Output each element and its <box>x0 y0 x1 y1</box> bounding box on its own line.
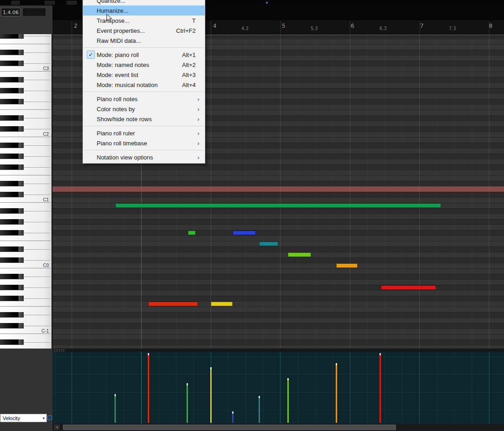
piano-key-white[interactable] <box>0 93 52 99</box>
menu-item-show-hide-note-rows[interactable]: Show/hide note rows› <box>83 114 205 124</box>
piano-key-black[interactable] <box>0 219 24 225</box>
midi-note[interactable] <box>288 252 311 257</box>
piano-key-black[interactable] <box>0 208 24 214</box>
piano-key-white[interactable] <box>0 318 52 323</box>
piano-key-black[interactable] <box>0 143 24 148</box>
piano-key-black[interactable] <box>0 50 24 55</box>
midi-note[interactable] <box>148 302 198 306</box>
piano-key-black[interactable] <box>0 192 24 197</box>
menu-item-notation-view-options[interactable]: Notation view options› <box>83 152 205 162</box>
piano-keyboard[interactable]: C3C2C1C0C-1 <box>0 34 52 349</box>
submenu-arrow-icon: › <box>197 116 199 123</box>
piano-key-white[interactable] <box>0 44 52 50</box>
piano-key-white[interactable] <box>0 241 52 246</box>
midi-note[interactable] <box>381 285 436 290</box>
dock-button[interactable] <box>47 416 52 420</box>
menu-item-label: Mode: named notes <box>97 62 182 68</box>
piano-key-white[interactable] <box>0 72 52 77</box>
secondary-display[interactable] <box>22 8 46 16</box>
velocity-stem[interactable] <box>114 394 116 423</box>
piano-key-black[interactable] <box>0 77 24 82</box>
midi-note[interactable] <box>336 263 358 268</box>
piano-key-white[interactable] <box>0 252 52 257</box>
splitter-grip-icon[interactable] <box>53 349 65 351</box>
menu-item-piano-roll-timebase[interactable]: Piano roll timebase› <box>83 138 205 148</box>
piano-key-black[interactable] <box>0 61 24 66</box>
midi-note[interactable] <box>259 241 278 246</box>
piano-key-black[interactable] <box>0 154 24 159</box>
lane-splitter[interactable] <box>52 349 504 352</box>
velocity-stem[interactable] <box>379 353 381 423</box>
piano-key-white[interactable] <box>0 279 52 285</box>
menu-item-mode-piano-roll[interactable]: ✓Mode: piano rollAlt+1 <box>83 50 205 60</box>
toolbar-button-stub[interactable] <box>11 1 20 5</box>
piano-key-black[interactable] <box>0 126 24 132</box>
piano-key-white[interactable] <box>0 148 52 154</box>
toolbar-button-stub[interactable] <box>45 1 55 5</box>
piano-key-white[interactable] <box>0 214 52 219</box>
menu-item-event-properties[interactable]: Event properties...Ctrl+F2 <box>83 26 205 36</box>
velocity-stem[interactable] <box>210 367 212 423</box>
piano-key-black[interactable] <box>0 323 24 328</box>
midi-note[interactable] <box>211 302 233 306</box>
position-display[interactable]: 1.4.06 <box>1 8 21 16</box>
cc-lane-selector[interactable]: Velocity ▾ <box>0 414 47 422</box>
menu-item-transpose[interactable]: Transpose...T <box>83 15 205 26</box>
piano-key-white[interactable] <box>0 55 52 61</box>
piano-key-white[interactable] <box>0 345 52 349</box>
scroll-left-button[interactable]: ◂ <box>54 425 60 430</box>
menu-item-humanize[interactable]: Humanize... <box>83 5 205 15</box>
midi-note[interactable] <box>233 231 256 235</box>
menu-shortcut: Alt+2 <box>182 62 196 68</box>
measure-tick <box>281 21 281 34</box>
menu-item-piano-roll-notes[interactable]: Piano roll notes› <box>83 94 205 104</box>
midi-note[interactable] <box>188 231 196 235</box>
piano-key-white[interactable] <box>0 334 52 339</box>
piano-key-black[interactable] <box>0 181 24 186</box>
piano-key-black[interactable] <box>0 257 24 263</box>
piano-key-black[interactable] <box>0 274 24 279</box>
piano-key-white[interactable] <box>0 82 52 88</box>
toolbar-button-stub[interactable] <box>67 1 77 5</box>
piano-key-black[interactable] <box>0 339 24 345</box>
velocity-stem[interactable] <box>259 396 260 423</box>
piano-key-white[interactable] <box>0 225 52 230</box>
piano-key-black[interactable] <box>0 285 24 290</box>
piano-key-white[interactable] <box>0 110 52 115</box>
menu-item-quantize[interactable]: Quantize... <box>83 0 205 5</box>
piano-key-white[interactable] <box>0 268 52 274</box>
piano-key-black[interactable] <box>0 164 24 170</box>
piano-key-black[interactable] <box>0 312 24 318</box>
piano-key-white[interactable] <box>0 186 52 192</box>
ruler-label: 6.3 <box>379 26 387 31</box>
piano-key-black[interactable] <box>0 34 24 39</box>
menu-item-mode-event-list[interactable]: Mode: event listAlt+3 <box>83 70 205 80</box>
piano-key-black[interactable] <box>0 115 24 121</box>
velocity-stem[interactable] <box>148 353 149 423</box>
piano-key-white[interactable] <box>0 203 52 208</box>
menu-item-raw-midi-data[interactable]: Raw MIDI data... <box>83 36 205 46</box>
piano-key-white[interactable] <box>0 121 52 126</box>
piano-key-black[interactable] <box>0 230 24 236</box>
key-separator <box>24 342 51 343</box>
midi-note[interactable] <box>115 203 441 208</box>
velocity-stem[interactable] <box>287 378 289 423</box>
velocity-lane[interactable] <box>52 352 504 424</box>
piano-key-white[interactable] <box>0 307 52 312</box>
piano-key-white[interactable] <box>0 290 52 296</box>
piano-key-white[interactable] <box>0 159 52 164</box>
menu-item-color-notes-by[interactable]: Color notes by› <box>83 104 205 114</box>
piano-key-white[interactable] <box>0 175 52 181</box>
menu-item-piano-roll-ruler[interactable]: Piano roll ruler› <box>83 128 205 138</box>
piano-key-black[interactable] <box>0 296 24 301</box>
velocity-stem[interactable] <box>187 383 188 423</box>
piano-key-white[interactable] <box>0 137 52 143</box>
piano-key-black[interactable] <box>0 88 24 93</box>
piano-key-black[interactable] <box>0 246 24 252</box>
velocity-stem[interactable] <box>232 411 234 423</box>
menu-item-mode-musical-notation[interactable]: Mode: musical notationAlt+4 <box>83 80 205 90</box>
menu-item-mode-named-notes[interactable]: Mode: named notesAlt+2 <box>83 60 205 70</box>
scrollbar-thumb[interactable] <box>63 425 396 430</box>
piano-key-black[interactable] <box>0 99 24 104</box>
velocity-stem[interactable] <box>336 363 337 423</box>
